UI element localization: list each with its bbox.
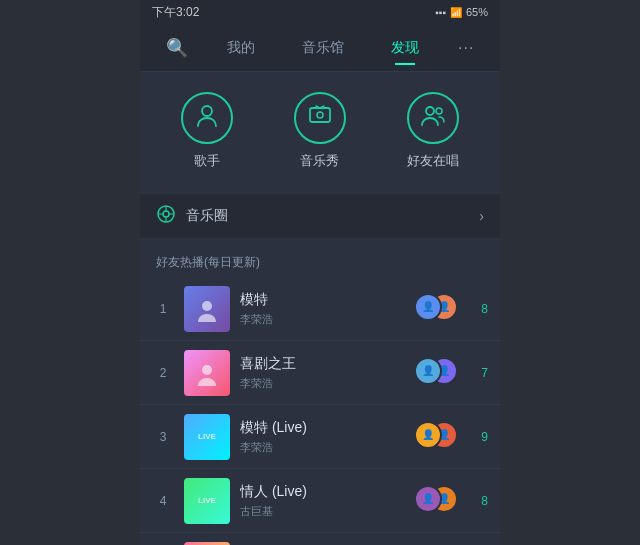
- cover-text-3: LIVE: [198, 432, 216, 441]
- song-artist-2: 李荣浩: [240, 376, 414, 391]
- song-artist-4: 古巨基: [240, 504, 414, 519]
- music-show-icon-wrap: [294, 92, 346, 144]
- song-cover-3: LIVE: [184, 414, 230, 460]
- song-info-2: 喜剧之王 李荣浩: [240, 355, 414, 391]
- song-artist-1: 李荣浩: [240, 312, 414, 327]
- song-count-3: 9: [470, 430, 488, 444]
- svg-point-3: [426, 107, 434, 115]
- top-nav: 🔍 我的 音乐馆 发现 ···: [140, 24, 500, 72]
- friends-icon-wrap: [407, 92, 459, 144]
- song-artist-3: 李荣浩: [240, 440, 414, 455]
- song-count-2: 7: [470, 366, 488, 380]
- song-cover-4: LIVE: [184, 478, 230, 524]
- song-title-1: 模特: [240, 291, 414, 309]
- chevron-right-icon: ›: [479, 208, 484, 224]
- category-singer[interactable]: 歌手: [181, 92, 233, 170]
- avatar-4-1: 👤: [414, 485, 442, 513]
- svg-point-4: [436, 108, 442, 114]
- nav-more[interactable]: ···: [458, 39, 474, 57]
- svg-point-0: [202, 106, 212, 116]
- nav-my[interactable]: 我的: [219, 35, 263, 61]
- category-music-show[interactable]: 音乐秀: [294, 92, 346, 170]
- music-circle-left: 音乐圈: [156, 204, 228, 229]
- search-icon[interactable]: 🔍: [166, 37, 188, 59]
- friends-icon: [420, 102, 446, 134]
- svg-point-7: [202, 301, 212, 311]
- song-avatars-2: 👤 👤 7: [414, 357, 488, 389]
- song-rank-1: 1: [152, 302, 174, 316]
- song-title-2: 喜剧之王: [240, 355, 414, 373]
- song-list: 1 模特 李荣浩 👤 👤 8 2 喜剧之王: [140, 277, 500, 545]
- song-item-5[interactable]: 5 李白 李荣浩 👤 👤 11: [140, 533, 500, 545]
- friends-label: 好友在唱: [407, 152, 459, 170]
- song-info-3: 模特 (Live) 李荣浩: [240, 419, 414, 455]
- song-info-4: 情人 (Live) 古巨基: [240, 483, 414, 519]
- music-circle-icon: [156, 204, 176, 229]
- song-item-3[interactable]: 3 LIVE 模特 (Live) 李荣浩 👤 👤 9: [140, 405, 500, 469]
- category-friends[interactable]: 好友在唱: [407, 92, 459, 170]
- section-title: 好友热播(每日更新): [140, 246, 500, 277]
- song-avatars-4: 👤 👤 8: [414, 485, 488, 517]
- category-section: 歌手 音乐秀: [140, 72, 500, 186]
- wifi-icon: 📶: [450, 7, 462, 18]
- song-rank-3: 3: [152, 430, 174, 444]
- avatar-3-1: 👤: [414, 421, 442, 449]
- music-circle-row[interactable]: 音乐圈 ›: [140, 194, 500, 238]
- singer-icon-wrap: [181, 92, 233, 144]
- song-rank-4: 4: [152, 494, 174, 508]
- song-cover-5: [184, 542, 230, 546]
- avatar-1-1: 👤: [414, 293, 442, 321]
- song-count-4: 8: [470, 494, 488, 508]
- song-item-4[interactable]: 4 LIVE 情人 (Live) 古巨基 👤 👤 8: [140, 469, 500, 533]
- status-icons: ▪▪▪ 📶 65%: [435, 6, 488, 18]
- song-item-2[interactable]: 2 喜剧之王 李荣浩 👤 👤 7: [140, 341, 500, 405]
- singer-icon: [194, 102, 220, 134]
- svg-rect-1: [310, 108, 330, 122]
- song-cover-2: [184, 350, 230, 396]
- song-info-1: 模特 李荣浩: [240, 291, 414, 327]
- music-show-label: 音乐秀: [300, 152, 339, 170]
- svg-point-6: [163, 211, 169, 217]
- music-show-icon: [307, 102, 333, 134]
- song-avatars-3: 👤 👤 9: [414, 421, 488, 453]
- svg-point-2: [317, 112, 323, 118]
- singer-label: 歌手: [194, 152, 220, 170]
- nav-store[interactable]: 音乐馆: [294, 35, 352, 61]
- avatar-2-1: 👤: [414, 357, 442, 385]
- signal-icon: ▪▪▪: [435, 7, 446, 18]
- song-avatars-1: 👤 👤 8: [414, 293, 488, 325]
- music-circle-label: 音乐圈: [186, 207, 228, 225]
- song-rank-2: 2: [152, 366, 174, 380]
- song-count-1: 8: [470, 302, 488, 316]
- song-title-3: 模特 (Live): [240, 419, 414, 437]
- song-title-4: 情人 (Live): [240, 483, 414, 501]
- battery-text: 65%: [466, 6, 488, 18]
- svg-point-8: [202, 365, 212, 375]
- status-bar: 下午3:02 ▪▪▪ 📶 65%: [140, 0, 500, 24]
- status-time: 下午3:02: [152, 4, 199, 21]
- nav-discover[interactable]: 发现: [383, 35, 427, 61]
- song-cover-1: [184, 286, 230, 332]
- song-item-1[interactable]: 1 模特 李荣浩 👤 👤 8: [140, 277, 500, 341]
- cover-text-4: LIVE: [198, 496, 216, 505]
- phone-frame: 下午3:02 ▪▪▪ 📶 65% 🔍 我的 音乐馆 发现 ···: [140, 0, 500, 545]
